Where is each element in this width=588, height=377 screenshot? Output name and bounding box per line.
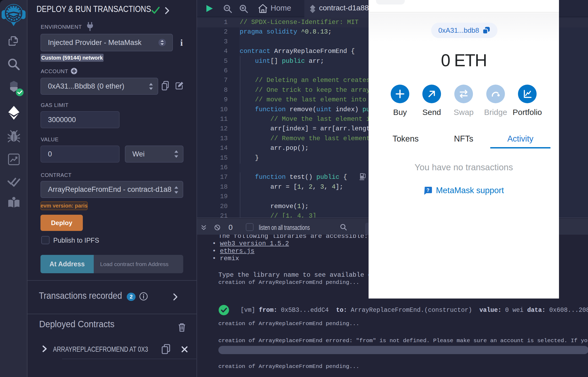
- svg-text:?: ?: [427, 188, 430, 193]
